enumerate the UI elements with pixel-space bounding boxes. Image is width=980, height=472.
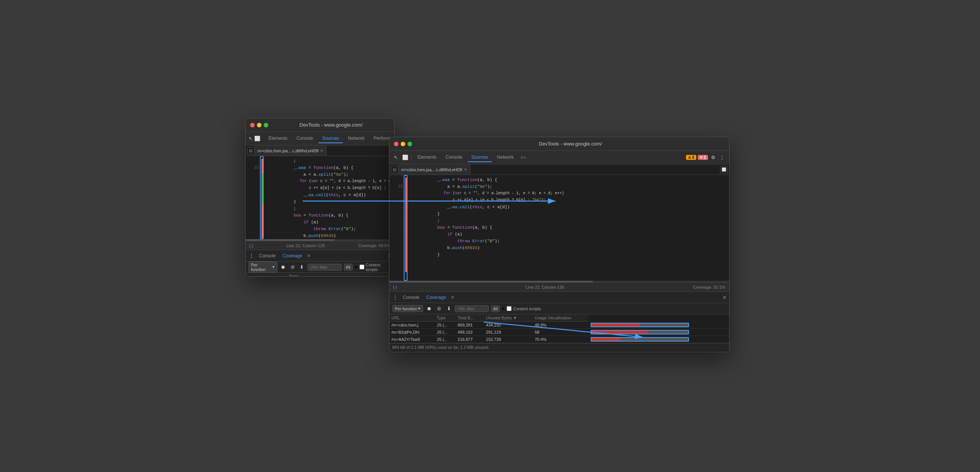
right-panel-more-icon[interactable]: ⋮ <box>391 294 399 301</box>
right-row2-total: 499,102 <box>455 329 484 336</box>
left-file-tab-bar: ▤ m=cdos,hsm,jsa,...c,dtl0hd,eHDfl ✕ <box>245 146 394 156</box>
right-row1-total: 869,281 <box>455 322 484 329</box>
right-all-select[interactable]: All <box>491 305 500 312</box>
right-tab-elements[interactable]: Elements <box>414 153 441 162</box>
warning-badge: ⚠ 5 <box>686 155 696 160</box>
code-line-3: a = a.split("%s"); <box>245 171 394 178</box>
left-content-scripts-checkbox[interactable] <box>360 265 364 269</box>
cursor-icon[interactable]: ↖ <box>248 135 253 143</box>
sidebar-toggle-right[interactable]: ▤ <box>391 166 398 173</box>
left-coverage-panel: ⋮ Console Coverage ✕ ✕ Per function ▾ ⏺ … <box>245 250 394 277</box>
minimize-button-right[interactable] <box>401 142 405 146</box>
left-download-btn[interactable]: ⬇ <box>298 263 305 271</box>
right-devtools-window: DevTools - www.google.com/ ↖ ⬜ Elements … <box>389 137 730 352</box>
right-table-row-2[interactable]: /m=B2qlPe,Dhl JS (... 499,102 291,129 58 <box>389 329 729 336</box>
right-table-row-3[interactable]: /rs=AA2YrTsw5 JS (... 216,877 152,739 70… <box>389 336 729 343</box>
code-line-baa: baa = function(a, b) { <box>245 212 394 219</box>
right-tab-sources[interactable]: Sources <box>468 153 492 162</box>
left-toolbar: ↖ ⬜ Elements Console Sources Network Per… <box>245 132 394 146</box>
right-panel-tab-console[interactable]: Console <box>400 293 423 302</box>
right-more-tabs[interactable]: >> <box>519 155 528 160</box>
left-chevron-all: ▾ <box>355 265 357 270</box>
code-line-push: b.push(65533) <box>245 233 394 239</box>
right-toolbar: ↖ ⬜ Elements Console Sources Network >> … <box>389 151 729 165</box>
tab-network-left[interactable]: Network <box>344 134 369 143</box>
left-per-function-btn[interactable]: Per function ▾ <box>248 261 278 273</box>
error-badge: ✕ 2 <box>698 155 708 160</box>
right-cursor-icon[interactable]: ↖ <box>392 154 400 162</box>
right-coverage-pct: Coverage: 50.1% <box>693 285 725 290</box>
right-col-viz: Usage Visualization <box>532 314 589 322</box>
minimize-button-left[interactable] <box>257 123 261 127</box>
right-drawer-icon[interactable]: ⬜ <box>401 154 409 162</box>
left-coverage-table: URL Type Total B... U... Usage Visualiza… <box>245 273 395 277</box>
right-row1-pct: 49.9% <box>532 322 589 329</box>
right-content-scripts-label[interactable]: Content scripts <box>507 306 541 311</box>
left-status-icon: { } <box>249 243 253 248</box>
right-window-title: DevTools - www.google.com/ <box>417 141 725 147</box>
right-col-unused: Unused Bytes ▼ <box>484 314 532 322</box>
gear-icon-right[interactable]: ⚙ <box>710 154 717 162</box>
right-row3-total: 216,877 <box>455 336 484 343</box>
right-row1-viz <box>589 322 729 329</box>
right-table-row-1[interactable]: /m=cdos,hsm,j JS (... 869,281 434,192 49… <box>389 322 729 329</box>
right-col-type: Type <box>434 314 455 322</box>
right-record-btn[interactable]: ⏺ <box>425 305 433 312</box>
left-col-total: Total B... <box>287 273 300 277</box>
left-stop-btn[interactable]: ⊘ <box>289 263 296 271</box>
right-url-filter[interactable] <box>455 305 489 312</box>
left-file-tab[interactable]: m=cdos,hsm,jsa,...c,dtl0hd,eHDfl ✕ <box>255 146 326 156</box>
left-all-select[interactable]: All <box>344 264 353 271</box>
right-coverage-close-x[interactable]: ✕ <box>451 295 455 300</box>
right-file-tab-bar: ▤ m=cdos,hsm,jsa,...c,dtl0hd,eHDfl ✕ ⬜ <box>389 165 729 175</box>
close-button-right[interactable] <box>394 142 398 146</box>
right-tab-console[interactable]: Console <box>442 153 466 162</box>
left-content-scripts-label[interactable]: Content scripts <box>360 263 391 272</box>
right-coverage-footer: 884 kB of 2.1 MB (43%) used so far, 1.2 … <box>389 343 729 351</box>
code-line-if: if (a) <box>245 219 394 226</box>
right-status-line: Line 22, Column 130 <box>525 285 564 290</box>
left-url-filter[interactable] <box>308 264 342 271</box>
right-download-btn[interactable]: ⬇ <box>445 305 453 312</box>
left-record-btn[interactable]: ⏺ <box>280 263 287 271</box>
left-col-unused: U... <box>300 273 312 277</box>
right-content-scripts-checkbox[interactable] <box>507 306 512 311</box>
drawer-icon[interactable]: ⬜ <box>254 135 260 143</box>
sidebar-toggle-left[interactable]: ▤ <box>247 147 255 155</box>
right-code-line-if: if (a) <box>389 231 729 238</box>
code-line-8: ; <box>245 205 394 212</box>
right-col-url: URL <box>389 314 434 322</box>
right-code-line-6: } <box>389 211 729 217</box>
code-line-22: 22 _.aaa = function(a, b) { <box>245 165 394 171</box>
left-col-url: URL <box>245 273 273 277</box>
right-panel-close[interactable]: ✕ <box>722 295 727 301</box>
left-col-viz: Usage Visualization <box>312 273 394 277</box>
left-coverage-close[interactable]: ✕ <box>307 253 311 258</box>
tab-console-left[interactable]: Console <box>293 134 317 143</box>
maximize-button-right[interactable] <box>407 142 412 146</box>
close-button-left[interactable] <box>250 123 255 127</box>
right-file-tab-close[interactable]: ✕ <box>464 168 467 171</box>
more-icon-right[interactable]: ⋮ <box>719 154 726 162</box>
right-panel-tab-coverage[interactable]: Coverage <box>423 293 449 302</box>
panel-more-icon-left[interactable]: ⋮ <box>248 252 255 260</box>
right-status-bar: { } Line 22, Column 130 Coverage: 50.1% <box>389 282 729 291</box>
right-stop-btn[interactable]: ⊘ <box>435 305 443 312</box>
tab-elements-left[interactable]: Elements <box>265 134 291 143</box>
right-row1-url: /m=cdos,hsm,j <box>389 322 434 329</box>
left-coverage-toolbar: Per function ▾ ⏺ ⊘ ⬇ All ▾ Content scrip… <box>245 261 394 273</box>
right-file-tab[interactable]: m=cdos,hsm,jsa,...c,dtl0hd,eHDfl ✕ <box>398 165 470 174</box>
left-file-tab-close[interactable]: ✕ <box>320 149 323 153</box>
right-status-icon: { } <box>393 285 397 290</box>
right-per-function-btn[interactable]: Per function ▾ <box>392 305 423 312</box>
maximize-button-left[interactable] <box>264 123 268 127</box>
right-sep1 <box>411 155 412 161</box>
right-coverage-toolbar: Per function ▾ ⏺ ⊘ ⬇ All ▾ Content scrip… <box>389 303 729 314</box>
left-panel-tab-coverage[interactable]: Coverage <box>280 252 305 260</box>
right-expand-btn[interactable]: ⬜ <box>720 166 728 173</box>
right-tab-network[interactable]: Network <box>493 153 518 162</box>
left-panel-tab-console[interactable]: Console <box>256 252 279 260</box>
right-code-area: _.aaa = function(a, b) { 22 a = a.split(… <box>389 175 729 281</box>
tab-sources-left[interactable]: Sources <box>318 134 343 143</box>
right-code-line-baa: baa = function(a, b) { <box>389 224 729 231</box>
